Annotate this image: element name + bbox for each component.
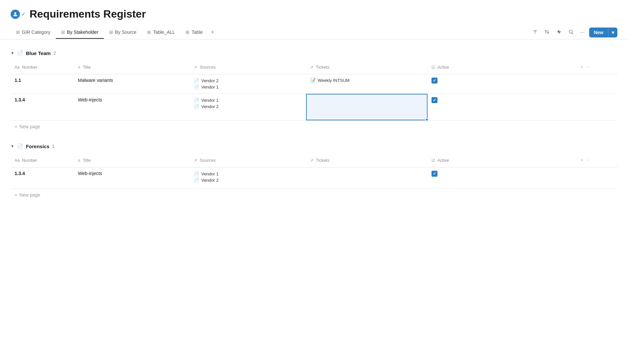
tab-by-stakeholder[interactable]: ⊞ By Stakeholder <box>56 26 104 39</box>
more-col-bt[interactable]: ··· <box>586 64 590 70</box>
cell-active-1-3-4[interactable] <box>428 94 575 121</box>
cell-tickets-1-1[interactable]: 📝 Weekly INTSUM <box>306 74 428 94</box>
tab-by-source[interactable]: ⊞ By Source <box>104 26 142 39</box>
sort-button[interactable] <box>542 28 552 37</box>
blue-team-name: Blue Team <box>26 50 51 56</box>
blue-team-chevron-icon: ▼ <box>11 51 14 55</box>
forensics-header-row: Aa Number ≡ Title ↗ Sources ↗ Tickets <box>11 153 617 167</box>
arrow-icon-sources-f: ↗ <box>194 158 197 163</box>
doc-icon-v2: 📄 <box>194 78 199 83</box>
add-col-f[interactable]: + <box>581 157 584 163</box>
cell-number-1-3-4[interactable]: 1.3.4 <box>11 94 74 121</box>
cell-sources-1-3-4[interactable]: 📄 Vendor 1 📄 Vendor 2 <box>190 94 306 121</box>
selection-handle[interactable] <box>425 118 429 121</box>
table-icon-gir: ⊞ <box>16 30 20 35</box>
group-forensics: ▼ 📄 Forensics 1 Aa Number ≡ Title ↗ <box>11 141 617 201</box>
new-page-bt[interactable]: + New page <box>11 121 617 133</box>
cell-actions-1-3-4 <box>575 94 617 121</box>
forensics-doc-icon: 📄 <box>17 143 23 149</box>
col-number-bt: Aa Number <box>11 60 74 74</box>
more-col-f[interactable]: ··· <box>586 157 590 163</box>
lightning-button[interactable] <box>554 28 564 37</box>
blue-team-doc-icon: 📄 <box>17 50 23 56</box>
doc-icon-f-v2: 📄 <box>194 178 199 183</box>
cell-sources-f-1[interactable]: 📄 Vendor 1 📄 Vendor 2 <box>190 167 306 189</box>
cell-active-1-1[interactable] <box>428 74 575 94</box>
add-col-bt[interactable]: + <box>581 64 584 70</box>
checkmark-icon: ✓ <box>21 11 26 17</box>
cell-tickets-1-3-4-selected[interactable] <box>306 94 428 121</box>
col-actions-f: + ··· <box>575 153 617 167</box>
new-page-f[interactable]: + New page <box>11 189 617 201</box>
page-header: ✓ Requirements Register <box>0 0 628 26</box>
table-icon-table: ⊞ <box>186 30 190 35</box>
col-sources-bt: ↗ Sources <box>190 60 306 74</box>
doc-icon-v1: 📄 <box>194 85 199 90</box>
lines-icon-bt: ≡ <box>78 65 80 70</box>
ticket-emoji-1: 📝 <box>310 78 316 83</box>
col-actions-bt: + ··· <box>575 60 617 74</box>
table-row: 1.3.4 Web-injects 📄 Vendor 1 📄 <box>11 94 617 121</box>
table-row: 1.1 Malware variants 📄 Vendor 2 📄 <box>11 74 617 94</box>
more-options-button[interactable]: ··· <box>578 28 587 37</box>
cell-title-f-1[interactable]: Web-injects <box>74 167 190 189</box>
add-tab-button[interactable]: + <box>208 26 217 39</box>
new-page-plus-f: + <box>15 192 17 198</box>
forensics-name: Forensics <box>26 144 49 149</box>
cell-tickets-f-1[interactable] <box>306 167 428 189</box>
svg-line-6 <box>572 33 573 34</box>
tab-bar: ⊞ GIR Category ⊞ By Stakeholder ⊞ By Sou… <box>0 26 628 39</box>
col-title-f: ≡ Title <box>74 153 190 167</box>
col-title-bt: ≡ Title <box>74 60 190 74</box>
blue-team-count: 2 <box>53 50 56 56</box>
new-button-dropdown-arrow[interactable]: ▾ <box>608 28 617 37</box>
blue-team-table: Aa Number ≡ Title ↗ Sources ↗ Tickets <box>11 60 617 121</box>
col-tickets-bt: ↗ Tickets <box>306 60 428 74</box>
search-button[interactable] <box>566 28 576 37</box>
filter-button[interactable] <box>530 28 540 37</box>
col-sources-f: ↗ Sources <box>190 153 306 167</box>
svg-point-0 <box>14 12 16 14</box>
tab-table-all[interactable]: ⊞ Table_ALL <box>142 26 180 39</box>
tab-actions: ··· New ▾ <box>530 28 617 37</box>
group-forensics-header[interactable]: ▼ 📄 Forensics 1 <box>11 141 617 152</box>
cell-number-f-1[interactable]: 1.3.4 <box>11 167 74 189</box>
active-checkbox-1-1[interactable] <box>432 78 437 84</box>
new-button[interactable]: New ▾ <box>589 28 617 37</box>
new-page-plus-bt: + <box>15 124 17 129</box>
cell-actions-f-1 <box>575 167 617 189</box>
active-checkbox-f-1[interactable] <box>432 171 437 177</box>
group-blue-team: ▼ 📄 Blue Team 2 Aa Number ≡ Title ↗ <box>11 47 617 133</box>
main-content: ▼ 📄 Blue Team 2 Aa Number ≡ Title ↗ <box>0 47 628 201</box>
col-tickets-f: ↗ Tickets <box>306 153 428 167</box>
tab-table[interactable]: ⊞ Table <box>180 26 208 39</box>
avatar-area: ✓ <box>11 10 26 19</box>
group-blue-team-header[interactable]: ▼ 📄 Blue Team 2 <box>11 47 617 59</box>
aa-icon-bt: Aa <box>15 65 20 70</box>
table-icon-source: ⊞ <box>109 30 113 35</box>
checkbox-icon-active-bt: ☑ <box>432 65 435 70</box>
svg-point-5 <box>569 30 572 33</box>
checkbox-icon-active-f: ☑ <box>432 158 435 163</box>
forensics-count: 1 <box>52 144 55 149</box>
cell-title-1-1[interactable]: Malware variants <box>74 74 190 94</box>
table-icon-all: ⊞ <box>147 30 151 35</box>
cell-active-f-1[interactable] <box>428 167 575 189</box>
arrow-icon-sources-bt: ↗ <box>194 65 197 70</box>
tab-gir-category[interactable]: ⊞ GIR Category <box>11 26 56 39</box>
forensics-table: Aa Number ≡ Title ↗ Sources ↗ Tickets <box>11 153 617 189</box>
forensics-chevron-icon: ▼ <box>11 144 14 148</box>
col-active-bt: ☑ Active <box>428 60 575 74</box>
arrow-icon-tickets-f: ↗ <box>310 158 313 163</box>
cell-sources-1-1[interactable]: 📄 Vendor 2 📄 Vendor 1 <box>190 74 306 94</box>
blue-team-header-row: Aa Number ≡ Title ↗ Sources ↗ Tickets <box>11 60 617 74</box>
arrow-icon-tickets-bt: ↗ <box>310 65 313 70</box>
aa-icon-f: Aa <box>15 158 20 163</box>
active-checkbox-1-3-4[interactable] <box>432 97 437 103</box>
col-active-f: ☑ Active <box>428 153 575 167</box>
page-title: Requirements Register <box>30 8 146 20</box>
cell-number-1-1[interactable]: 1.1 <box>11 74 74 94</box>
doc-icon-f-v1: 📄 <box>194 171 199 176</box>
cell-title-1-3-4[interactable]: Web-injects <box>74 94 190 121</box>
doc-icon-v2b: 📄 <box>194 104 199 109</box>
